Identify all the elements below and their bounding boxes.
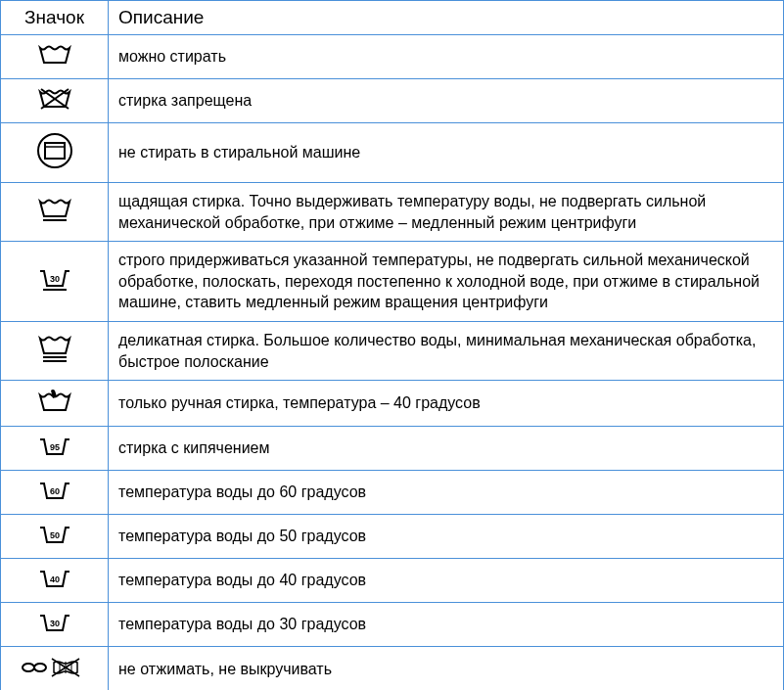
svg-rect-3 <box>45 143 65 159</box>
wash-30-icon: 30 <box>37 611 72 634</box>
icon-cell <box>1 647 109 690</box>
table-row: 30 строго придерживаться указанной темпе… <box>1 242 784 322</box>
description-cell: температура воды до 40 градусов <box>109 559 784 603</box>
icon-cell <box>1 381 109 427</box>
icon-cell <box>1 123 109 183</box>
table-row: щадящая стирка. Точно выдерживать темпер… <box>1 183 784 242</box>
header-icon: Значок <box>1 1 109 35</box>
description-cell: строго придерживаться указанной температ… <box>109 242 784 322</box>
table-row: 30 температура воды до 30 градусов <box>1 603 784 647</box>
no-wring-icon <box>21 655 89 680</box>
description-cell: стирка запрещена <box>109 79 784 123</box>
icon-cell: 40 <box>1 559 109 603</box>
svg-text:30: 30 <box>49 274 59 284</box>
wash-40-icon: 40 <box>37 567 72 590</box>
icon-cell <box>1 321 109 380</box>
wash-95-icon: 95 <box>37 435 72 458</box>
table-row: 50 температура воды до 50 градусов <box>1 515 784 559</box>
no-wash-icon <box>37 87 72 111</box>
laundry-symbols-table: Значок Описание можно стирать <box>0 0 784 690</box>
description-cell: щадящая стирка. Точно выдерживать темпер… <box>109 183 784 242</box>
icon-cell: 50 <box>1 515 109 559</box>
table-row: стирка запрещена <box>1 79 784 123</box>
table-row: не отжимать, не выкручивать <box>1 647 784 690</box>
table-row: 40 температура воды до 40 градусов <box>1 559 784 603</box>
svg-text:60: 60 <box>49 486 59 496</box>
description-cell: деликатная стирка. Большое количество во… <box>109 321 784 380</box>
wash-60-icon: 60 <box>37 479 72 502</box>
icon-cell: 95 <box>1 427 109 471</box>
description-cell: не отжимать, не выкручивать <box>109 647 784 690</box>
svg-text:50: 50 <box>49 530 59 540</box>
table-row: только ручная стирка, температура – 40 г… <box>1 381 784 427</box>
wash-30-bar-icon: 30 <box>37 266 72 294</box>
header-description: Описание <box>109 1 784 35</box>
table-row: деликатная стирка. Большое количество во… <box>1 321 784 380</box>
description-cell: температура воды до 50 градусов <box>109 515 784 559</box>
description-cell: можно стирать <box>109 35 784 79</box>
icon-cell <box>1 35 109 79</box>
description-cell: температура воды до 60 градусов <box>109 471 784 515</box>
icon-cell <box>1 79 109 123</box>
description-cell: температура воды до 30 градусов <box>109 603 784 647</box>
description-cell: только ручная стирка, температура – 40 г… <box>109 381 784 427</box>
icon-cell: 30 <box>1 242 109 322</box>
hand-wash-icon <box>37 389 72 414</box>
delicate-wash-icon <box>37 334 72 365</box>
table-row: не стирать в стиральной машине <box>1 123 784 183</box>
icon-cell <box>1 183 109 242</box>
svg-point-16 <box>34 664 46 671</box>
wash-icon <box>37 43 72 67</box>
svg-text:95: 95 <box>49 442 59 452</box>
description-cell: стирка с кипячением <box>109 427 784 471</box>
gentle-wash-icon <box>37 197 72 224</box>
table-row: можно стирать <box>1 35 784 79</box>
table-row: 95 стирка с кипячением <box>1 427 784 471</box>
description-cell: не стирать в стиральной машине <box>109 123 784 183</box>
wash-50-icon: 50 <box>37 523 72 546</box>
table-row: 60 температура воды до 60 градусов <box>1 471 784 515</box>
svg-text:40: 40 <box>49 575 59 584</box>
no-machine-wash-icon <box>35 131 74 170</box>
icon-cell: 30 <box>1 603 109 647</box>
svg-point-2 <box>38 134 71 167</box>
svg-text:30: 30 <box>49 619 59 628</box>
icon-cell: 60 <box>1 471 109 515</box>
svg-point-15 <box>23 664 34 671</box>
